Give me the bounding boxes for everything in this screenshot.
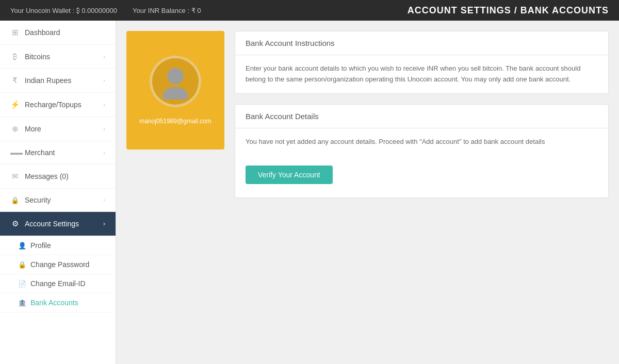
sidebar-sublabel-change-password: Change Password bbox=[30, 260, 89, 269]
sidebar-label-account-settings: Account Settings bbox=[25, 220, 79, 228]
rupee-icon: ₹ bbox=[10, 76, 20, 85]
bank-instructions-title: Bank Account Instructions bbox=[235, 31, 608, 55]
sidebar-subitem-change-password[interactable]: 🔒 Change Password bbox=[0, 255, 116, 274]
sidebar-label-messages: Messages (0) bbox=[25, 172, 69, 180]
sidebar-sublabel-change-email: Change Email-ID bbox=[30, 279, 86, 288]
bank-details-card: Bank Account Details You have not yet ad… bbox=[235, 104, 609, 198]
sidebar-label-merchant: Merchant bbox=[25, 148, 55, 157]
verify-account-button[interactable]: Verify Your Account bbox=[246, 166, 333, 184]
bank-instructions-text: Enter your bank account details to which… bbox=[246, 63, 598, 85]
sidebar-item-bitcoins[interactable]: ₿ Bitcoins › bbox=[0, 45, 116, 69]
sidebar-label-bitcoins: Bitcoins bbox=[25, 53, 50, 61]
page-title: ACCOUNT SETTINGS / BANK ACCOUNTS bbox=[408, 5, 609, 16]
merchant-icon: ▬▬ bbox=[10, 149, 20, 156]
sidebar-item-more[interactable]: ⊕ More › bbox=[0, 117, 116, 141]
sidebar-label-indian-rupees: Indian Rupees bbox=[25, 76, 71, 85]
sidebar-sublabel-profile: Profile bbox=[30, 241, 51, 250]
sidebar-sublabel-bank-accounts: Bank Accounts bbox=[30, 299, 78, 307]
sidebar-item-indian-rupees[interactable]: ₹ Indian Rupees › bbox=[0, 69, 116, 93]
bank-details-title: Bank Account Details bbox=[235, 105, 608, 128]
recharge-icon: ⚡ bbox=[10, 100, 20, 109]
chevron-icon: › bbox=[103, 125, 105, 133]
sidebar-item-security[interactable]: 🔒 Security › bbox=[0, 189, 116, 212]
chevron-icon: › bbox=[103, 77, 105, 84]
sidebar-label-more: More bbox=[25, 125, 41, 133]
sidebar-subitem-change-email[interactable]: 📄 Change Email-ID bbox=[0, 274, 116, 293]
bank-sub-icon: 🏦 bbox=[18, 299, 26, 307]
sidebar-item-dashboard[interactable]: ⊞ Dashboard bbox=[0, 21, 116, 45]
chevron-icon: › bbox=[103, 196, 105, 204]
more-icon: ⊕ bbox=[10, 124, 20, 134]
messages-icon: ✉ bbox=[10, 172, 20, 181]
profile-card: manoj051989@gmail.com bbox=[126, 31, 224, 354]
sidebar-item-messages[interactable]: ✉ Messages (0) bbox=[0, 164, 116, 189]
dashboard-icon: ⊞ bbox=[10, 28, 20, 37]
inr-balance: Your INR Balance : ₹ 0 bbox=[133, 7, 201, 14]
email-sub-icon: 📄 bbox=[18, 280, 26, 288]
topbar: Your Unocoin Wallet : ₿ 0.00000000 Your … bbox=[0, 0, 619, 21]
chevron-icon: › bbox=[103, 220, 105, 227]
profile-email: manoj051989@gmail.com bbox=[139, 118, 211, 125]
sidebar: ⊞ Dashboard ₿ Bitcoins › ₹ Indian Rupees… bbox=[0, 21, 116, 364]
sidebar-label-security: Security bbox=[25, 196, 51, 204]
sidebar-item-recharge[interactable]: ⚡ Recharge/Topups › bbox=[0, 93, 116, 117]
bank-instructions-body: Enter your bank account details to which… bbox=[235, 55, 608, 93]
right-content: Bank Account Instructions Enter your ban… bbox=[235, 31, 609, 354]
bitcoin-icon: ₿ bbox=[10, 52, 20, 61]
sidebar-item-account-settings[interactable]: ⚙ Account Settings › bbox=[0, 212, 116, 236]
wallet-balance: Your Unocoin Wallet : ₿ 0.00000000 bbox=[10, 7, 117, 14]
no-account-text: You have not yet added any account detai… bbox=[246, 137, 598, 147]
profile-sub-icon: 👤 bbox=[18, 242, 26, 250]
sidebar-subitem-profile[interactable]: 👤 Profile bbox=[0, 236, 116, 255]
content-area: manoj051989@gmail.com Bank Account Instr… bbox=[116, 21, 619, 364]
password-sub-icon: 🔒 bbox=[18, 261, 26, 269]
avatar bbox=[150, 56, 201, 107]
sidebar-item-merchant[interactable]: ▬▬ Merchant › bbox=[0, 141, 116, 164]
chevron-icon: › bbox=[103, 101, 105, 108]
svg-point-0 bbox=[167, 68, 184, 85]
sidebar-label-dashboard: Dashboard bbox=[25, 28, 60, 37]
topbar-left: Your Unocoin Wallet : ₿ 0.00000000 Your … bbox=[10, 7, 201, 14]
sidebar-label-recharge: Recharge/Topups bbox=[25, 101, 82, 109]
bank-details-body: You have not yet added any account detai… bbox=[235, 128, 608, 198]
profile-box: manoj051989@gmail.com bbox=[126, 31, 224, 150]
main-container: ⊞ Dashboard ₿ Bitcoins › ₹ Indian Rupees… bbox=[0, 21, 619, 364]
avatar-silhouette bbox=[157, 63, 193, 100]
security-icon: 🔒 bbox=[10, 196, 20, 204]
chevron-icon: › bbox=[103, 53, 105, 60]
account-settings-icon: ⚙ bbox=[10, 219, 20, 228]
sidebar-subitem-bank-accounts[interactable]: 🏦 Bank Accounts bbox=[0, 293, 116, 312]
chevron-icon: › bbox=[103, 149, 105, 156]
bank-instructions-card: Bank Account Instructions Enter your ban… bbox=[235, 31, 609, 94]
svg-point-1 bbox=[163, 87, 188, 100]
